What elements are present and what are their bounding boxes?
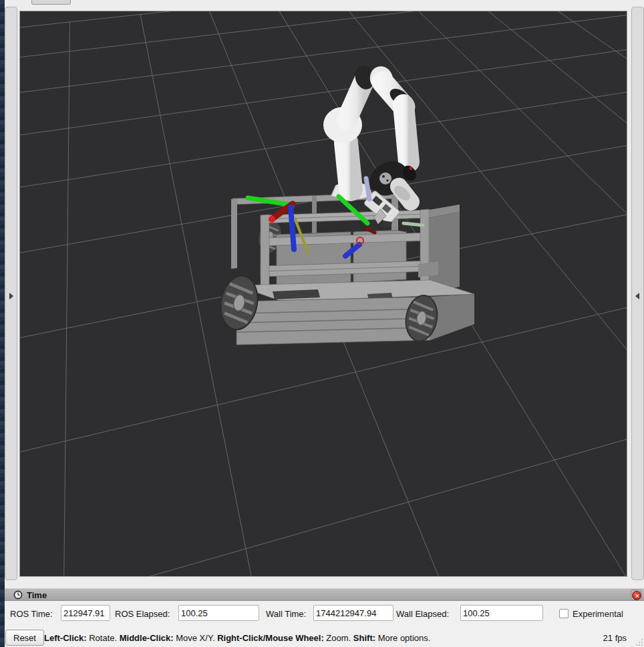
ros-time-input[interactable] (61, 605, 110, 621)
chevron-right-icon[interactable] (9, 293, 13, 299)
close-icon: ✕ (632, 591, 641, 600)
time-panel-title: Time (27, 590, 47, 600)
wall-elapsed-input[interactable] (460, 605, 543, 621)
mobile-base-cart (216, 192, 474, 345)
time-panel-fields: ROS Time: ROS Elapsed: Wall Time: Wall E… (5, 601, 644, 626)
right-panel-collapse-handle[interactable] (631, 7, 644, 580)
reset-button[interactable]: Reset (5, 630, 44, 646)
ros-time-label: ROS Time: (10, 609, 53, 619)
close-panel-button[interactable]: ✕ (631, 590, 641, 600)
robot-scene (20, 11, 627, 576)
rviz-window: Time ✕ ROS Time: ROS Elapsed: Wall Time:… (0, 0, 644, 647)
wall-elapsed-label: Wall Elapsed: (396, 609, 449, 619)
franka-red-dot (410, 167, 413, 170)
time-panel-header: Time ✕ (5, 588, 644, 601)
experimental-checkbox[interactable] (559, 609, 569, 618)
panda-robot-arm (323, 63, 423, 232)
fps-counter: 21 fps (603, 633, 627, 643)
tool-stick (404, 223, 423, 225)
franka-emblem (379, 172, 391, 184)
wall-time-label: Wall Time: (266, 609, 306, 619)
panel-tab-remnant[interactable] (31, 0, 71, 5)
ros-elapsed-input[interactable] (178, 605, 259, 621)
left-panel-collapse-handle[interactable] (5, 7, 17, 580)
resize-grip[interactable] (635, 638, 643, 646)
wall-time-input[interactable] (313, 605, 393, 621)
clock-icon (13, 590, 23, 600)
ros-elapsed-label: ROS Elapsed: (115, 609, 170, 619)
experimental-label: Experimental (573, 609, 623, 619)
desktop-edge-strip (0, 0, 5, 647)
chevron-left-icon[interactable] (635, 293, 639, 299)
mouse-help-text: Left-Click: Rotate. Middle-Click: Move X… (44, 633, 430, 643)
3d-viewport[interactable] (20, 11, 627, 576)
status-bar: Reset Left-Click: Rotate. Middle-Click: … (5, 626, 644, 647)
